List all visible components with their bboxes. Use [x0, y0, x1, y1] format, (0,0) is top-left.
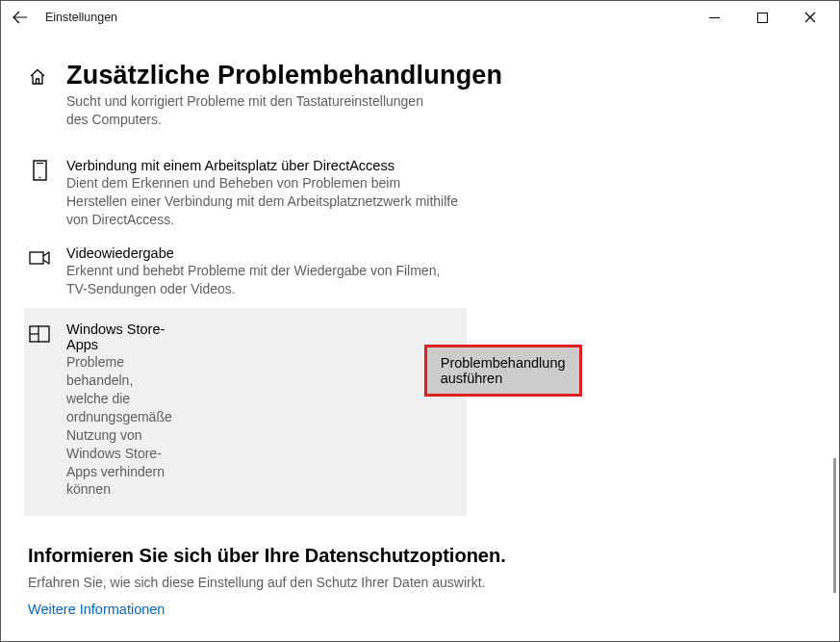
content-area: Zusätzliche Problembehandlungen Sucht un…	[1, 34, 839, 642]
item-text: Windows Store-Apps Probleme behandeln, w…	[66, 321, 182, 499]
troubleshooter-item-store-apps[interactable]: Windows Store-Apps Probleme behandeln, w…	[24, 308, 467, 516]
scrollbar[interactable]	[833, 458, 836, 593]
privacy-title: Informieren Sie sich über Ihre Datenschu…	[28, 545, 839, 567]
maximize-button[interactable]	[749, 4, 776, 31]
window-title: Einstellungen	[45, 11, 117, 24]
close-button[interactable]	[797, 4, 824, 31]
item-title: Verbindung mit einem Arbeitsplatz über D…	[66, 158, 461, 173]
item-title: Videowiedergabe	[66, 245, 461, 261]
item-text: Videowiedergabe Erkennt und behebt Probl…	[66, 245, 471, 298]
minimize-icon	[709, 13, 720, 23]
maximize-icon	[757, 13, 768, 23]
window-controls	[700, 4, 833, 31]
item-title: Windows Store-Apps	[66, 321, 172, 352]
svg-rect-0	[757, 13, 767, 22]
titlebar: Einstellungen	[1, 1, 839, 34]
apps-icon	[28, 322, 51, 346]
minimize-button[interactable]	[700, 4, 727, 31]
privacy-section: Informieren Sie sich über Ihre Datenschu…	[28, 545, 839, 617]
phone-icon	[28, 159, 51, 182]
troubleshooter-item-video[interactable]: Videowiedergabe Erkennt und behebt Probl…	[28, 238, 471, 308]
home-icon	[28, 67, 47, 87]
close-icon	[804, 12, 816, 23]
svg-point-3	[38, 176, 40, 178]
home-icon-wrap[interactable]	[28, 61, 51, 90]
privacy-desc: Erfahren Sie, wie sich diese Einstellung…	[28, 575, 839, 590]
item-text: Verbindung mit einem Arbeitsplatz über D…	[66, 158, 471, 229]
item-desc: Probleme behandeln, welche die ordnungsg…	[66, 353, 172, 499]
back-button[interactable]	[7, 4, 34, 31]
item-desc: Erkennt und behebt Probleme mit der Wied…	[66, 262, 461, 298]
troubleshooter-item-directaccess[interactable]: Verbindung mit einem Arbeitsplatz über D…	[28, 150, 471, 239]
page-title: Zusätzliche Problembehandlungen	[66, 61, 502, 90]
page-subtitle: Sucht und korrigiert Probleme mit den Ta…	[66, 92, 432, 129]
video-icon	[28, 246, 51, 270]
arrow-left-icon	[13, 10, 28, 25]
svg-rect-4	[30, 252, 43, 264]
run-troubleshooter-button[interactable]: Problembehandlung ausführen	[424, 345, 582, 397]
item-desc: Dient dem Erkennen und Beheben von Probl…	[66, 174, 461, 229]
page-header: Zusätzliche Problembehandlungen	[28, 61, 839, 90]
svg-rect-2	[37, 163, 43, 164]
privacy-link[interactable]: Weitere Informationen	[28, 602, 839, 617]
